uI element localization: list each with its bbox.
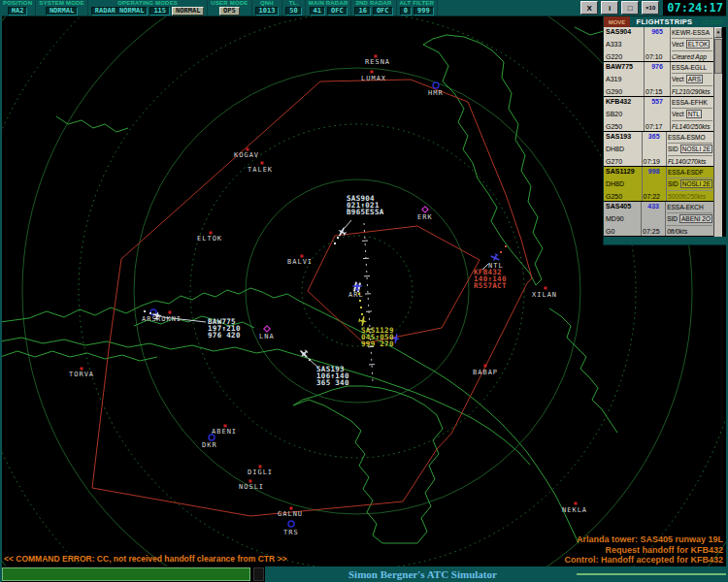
strip-aircraft-type: MD90 — [606, 215, 639, 222]
command-input[interactable] — [2, 567, 250, 581]
coastline — [0, 288, 579, 543]
divider-button[interactable] — [253, 567, 264, 581]
strip-time: 07:17 — [645, 123, 669, 130]
move-button[interactable]: MOVE — [604, 16, 630, 27]
toolbar-section-label: ALT FILTER — [400, 0, 434, 7]
waypoint-label-resna: RESNA — [365, 58, 390, 66]
history-trail-dot — [358, 293, 360, 295]
toolbar-value[interactable]: HA2 — [8, 7, 28, 16]
info-button[interactable]: i — [601, 1, 618, 15]
flight-strip-sas193[interactable]: SAS193 DH8D G270 365 07:19 ESSA-ESMO SID… — [604, 132, 713, 167]
scroll-up-icon[interactable]: ▲ — [714, 27, 722, 38]
toolbar-section-label: MAIN RADAR — [309, 0, 348, 7]
waypoint-label-lna: LNA — [259, 333, 275, 340]
strip-clearance-type: Vect — [672, 76, 684, 82]
coastline — [549, 308, 617, 433]
strip-gate: G0 — [606, 228, 639, 235]
toolbar-sections: POSITIONHA2SYSTEM MODENORMALOPERATING MO… — [0, 0, 438, 16]
aircraft-icon-sas904[interactable] — [336, 226, 347, 239]
toolbar-value[interactable]: RADAR NORMAL — [91, 7, 149, 16]
toolbar-value[interactable]: OPS — [219, 7, 240, 16]
history-trail-dot — [360, 307, 362, 308]
strip-squawk: 965 — [645, 28, 669, 35]
aircraft-icon-sas1129[interactable] — [358, 315, 368, 326]
vor-icon — [288, 521, 294, 527]
toolbar-section-2nd-radar: 2ND RADAR16OFC — [351, 0, 396, 16]
toolbar-value[interactable]: 1013 — [255, 7, 280, 16]
strip-squawk: 976 — [645, 63, 669, 70]
toolbar-value[interactable]: NORMAL — [172, 7, 204, 16]
toolbar-value[interactable]: OFC — [373, 7, 393, 16]
strip-time: 07:19 — [644, 158, 665, 165]
strip-squawk: 998 — [644, 168, 665, 175]
waypoint-label-abeni: ABENI — [212, 428, 237, 436]
waypoint-label-lumax: LUMAX — [361, 75, 386, 82]
strip-callsign: SAS1129 — [606, 168, 640, 175]
strip-clearance-value: NOSLI 2E — [680, 179, 712, 188]
waypoint-label-eltok: ELTOK — [197, 235, 222, 242]
scroll-thumb[interactable] — [714, 39, 722, 74]
strip-callsign: KFB432 — [606, 98, 642, 105]
toolbar-section-label: USER MODE — [211, 0, 248, 7]
aircraft-label-sas193[interactable]: 365 340 — [316, 378, 349, 387]
strip-route: ESSA-EKCH — [667, 202, 712, 213]
toolbar-value[interactable]: 41 — [310, 7, 325, 16]
strip-aircraft-type: DH8D — [606, 180, 640, 187]
strip-cleared-values: FL140/270kts — [668, 156, 712, 166]
toolbar-section-tl-: TL.50 — [282, 0, 305, 16]
toolbar-value[interactable]: 0 — [400, 7, 412, 16]
aircraft-label-sas904[interactable]: B965ESSA — [347, 208, 384, 216]
aircraft-label-baw775[interactable]: 976 420 — [208, 331, 241, 340]
window-restore-button[interactable]: □ — [621, 1, 639, 15]
strip-gate: G220 — [606, 53, 642, 60]
strip-time: 07:25 — [643, 228, 664, 235]
toolbar-section-user-mode: USER MODEOPS — [208, 0, 251, 16]
toolbar-spacer — [438, 0, 578, 16]
toolbar-value[interactable]: NORMAL — [46, 7, 78, 16]
history-trail-dot — [337, 237, 339, 239]
strip-gate: G250 — [606, 123, 642, 130]
zoom-x10-button[interactable]: ×10 — [642, 1, 659, 15]
toolbar-section-qnh: QNH1013 — [252, 0, 283, 16]
strip-aircraft-type: SB20 — [606, 111, 642, 117]
toolbar-section-label: OPERATING MODES — [117, 0, 178, 7]
flight-strip-sas904[interactable]: SAS904 A333 G220 965 07:10 KEWR-ESSA Vec… — [604, 27, 713, 62]
coastline — [0, 338, 530, 465]
toolbar-value[interactable]: 115 — [149, 7, 170, 16]
toolbar-section-label: QNH — [260, 0, 274, 7]
strip-cleared-values: Cleared App — [672, 51, 712, 61]
strip-callsign: BAW775 — [606, 63, 642, 70]
flight-strip-baw775[interactable]: BAW775 A319 G290 976 07:15 ESSA-EGLL Vec… — [604, 62, 713, 97]
flight-strip-kfb432[interactable]: KFB432 SB20 G250 557 07:17 ESSA-EFHK Vec… — [604, 97, 713, 132]
command-error-message: << COMMAND ERROR: CC, not received hando… — [4, 554, 286, 564]
strip-gate: G290 — [606, 88, 642, 95]
toolbar-value[interactable]: 50 — [285, 7, 301, 16]
close-button[interactable]: X — [580, 1, 598, 15]
fix-icon — [371, 71, 374, 74]
toolbar-value[interactable]: 999 — [414, 7, 434, 16]
toolbar-section-position: POSITIONHA2 — [0, 0, 36, 16]
flightstrips-panel: MOVE FLIGHTSTRIPS CLOSE SAS904 A333 G220… — [603, 16, 727, 245]
ndb-icon — [422, 207, 428, 212]
waypoint-label-galnu: GALNU — [278, 510, 303, 518]
toolbar-value[interactable]: OFC — [327, 7, 347, 16]
strip-callsign: SAS193 — [606, 133, 640, 140]
flight-strip-sas405[interactable]: SAS405 MD90 G0 433 07:25 ESSA-EKCH SIDAB… — [604, 202, 713, 237]
waypoint-label-nekla: NEKLA — [562, 506, 587, 514]
waypoint-label-digli: DIGLI — [248, 469, 273, 476]
aircraft-label-kfb432[interactable]: R557ACT — [474, 281, 507, 290]
flight-strip-sas1129[interactable]: SAS1129 DH8D G250 998 07:22 ESSA-ESDF SI… — [604, 167, 713, 202]
aircraft-label-sas1129[interactable]: 999 270 — [361, 340, 394, 348]
waypoint-label-ars: ARS — [142, 315, 157, 323]
strips-scrollbar[interactable]: ▲ — [713, 27, 722, 237]
history-trail-dot — [334, 242, 336, 244]
strip-time: 07:10 — [645, 53, 669, 60]
secondary-input[interactable] — [577, 573, 726, 575]
toolbar-value[interactable]: 16 — [354, 7, 370, 16]
flightstrips-footer — [604, 237, 726, 244]
fix-icon — [545, 287, 547, 290]
strip-clearance-value: ABENI 2O — [679, 214, 712, 223]
close-panel-button[interactable]: CLOSE — [699, 16, 726, 27]
ndb-icon — [264, 326, 270, 332]
waypoint-label-torva: TORVA — [69, 371, 94, 378]
